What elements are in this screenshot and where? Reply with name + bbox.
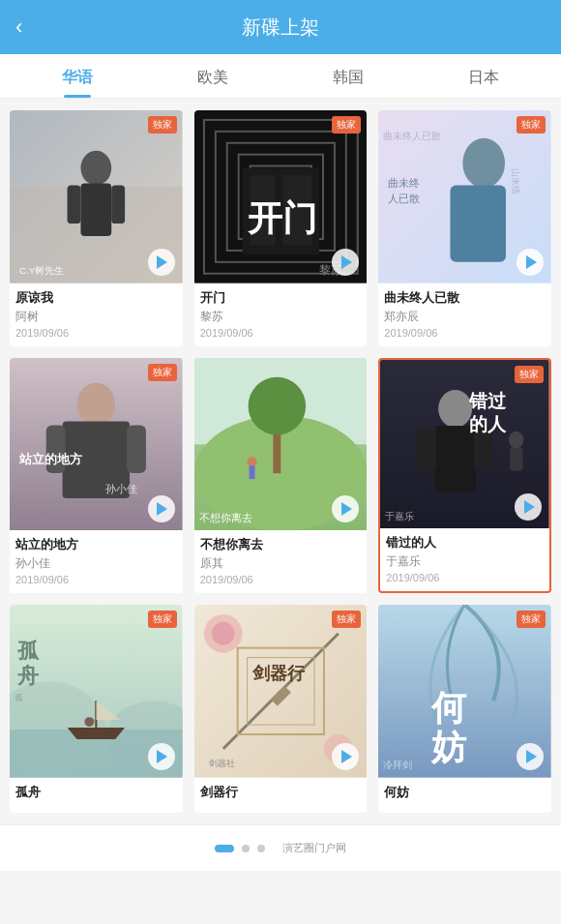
back-button[interactable]: ‹ (15, 15, 22, 40)
svg-rect-5 (111, 185, 125, 224)
album-card-selected[interactable]: 错过 的人 于嘉乐 独家 错过的人 于嘉乐 2019/09/06 (378, 358, 551, 594)
svg-text:开门: 开门 (246, 198, 316, 238)
svg-text:舟: 舟 (16, 665, 40, 689)
album-artist: 郑亦辰 (384, 309, 546, 325)
album-artist: 于嘉乐 (386, 553, 544, 570)
svg-text:错过: 错过 (469, 390, 508, 410)
album-card[interactable]: 开门 黎苏 独家 开门 黎苏 2019/09/06 (194, 110, 368, 346)
svg-text:曲未终人已散: 曲未终人已散 (383, 131, 441, 141)
svg-text:人已散: 人已散 (388, 193, 420, 204)
svg-rect-23 (451, 185, 507, 261)
play-button[interactable] (332, 249, 359, 276)
play-button[interactable] (517, 743, 544, 770)
album-title: 剑器行 (200, 784, 362, 801)
svg-text:冷拜剑: 冷拜剑 (383, 760, 412, 770)
svg-rect-4 (68, 185, 81, 224)
album-card[interactable]: C.Y树先生 独家 原谅我 阿树 2019/09/06 (10, 110, 183, 346)
album-date: 2019/09/06 (15, 327, 177, 339)
svg-rect-44 (418, 428, 436, 470)
album-card[interactable]: 何 妨 冷拜剑 独家 何妨 (378, 605, 551, 813)
album-title: 开门 (200, 289, 362, 307)
exclusive-badge: 独家 (332, 116, 361, 134)
album-artist: 黎苏 (200, 309, 362, 325)
album-artist: 孙小佳 (15, 555, 177, 572)
exclusive-badge: 独家 (148, 116, 177, 134)
svg-point-27 (76, 382, 115, 425)
album-artist: 阿树 (15, 309, 177, 325)
album-date: 2019/09/06 (384, 327, 546, 339)
svg-text:何: 何 (430, 689, 467, 728)
album-card[interactable]: 不想你离去 不想你离去 原其 2019/09/06 (194, 358, 368, 594)
svg-point-42 (438, 390, 472, 428)
svg-point-38 (247, 457, 256, 466)
svg-point-37 (248, 377, 306, 435)
album-title: 曲未终人已散 (384, 289, 546, 307)
svg-rect-47 (510, 447, 523, 470)
svg-text:于嘉乐: 于嘉乐 (385, 511, 414, 522)
page-indicator (257, 845, 265, 852)
exclusive-badge: 独家 (148, 611, 177, 628)
svg-text:剑器行: 剑器行 (251, 665, 305, 684)
exclusive-badge: 独家 (515, 366, 544, 383)
exclusive-badge: 独家 (332, 611, 361, 628)
tab-bar: 华语 欧美 韩国 日本 (0, 54, 561, 99)
album-card[interactable]: 孤 舟 孤 独家 孤舟 (10, 605, 183, 813)
exclusive-badge: 独家 (517, 116, 546, 134)
album-date: 2019/09/06 (15, 574, 177, 585)
album-title: 何妨 (384, 784, 546, 801)
svg-text:不想你离去: 不想你离去 (199, 511, 252, 522)
exclusive-badge: 独家 (148, 364, 177, 381)
page-title: 新碟上架 (242, 15, 319, 41)
svg-text:孙小佳: 孙小佳 (105, 483, 137, 494)
album-date: 2019/09/06 (200, 574, 362, 585)
page-indicator-active (215, 845, 234, 852)
svg-text:妨: 妨 (430, 728, 467, 766)
svg-text:孤: 孤 (16, 639, 40, 663)
tab-korean[interactable]: 韩国 (280, 54, 416, 98)
header: ‹ 新碟上架 (0, 0, 561, 54)
album-grid: C.Y树先生 独家 原谅我 阿树 2019/09/06 (0, 99, 561, 824)
svg-point-63 (212, 622, 235, 645)
play-button[interactable] (148, 249, 175, 276)
album-card[interactable]: 站立的地方 孙小佳 独家 站立的地方 孙小佳 2019/09/06 (10, 358, 183, 594)
svg-text:曲未终: 曲未终 (388, 177, 420, 189)
svg-text:的人: 的人 (470, 413, 508, 433)
svg-text:C.Y树先生: C.Y树先生 (19, 265, 65, 276)
svg-text:剑器社: 剑器社 (209, 759, 235, 768)
bottom-source: 演艺圈门户网 (282, 841, 346, 855)
tab-western[interactable]: 欧美 (145, 54, 280, 98)
tab-japanese[interactable]: 日本 (416, 54, 551, 98)
album-title: 错过的人 (386, 534, 544, 551)
svg-point-46 (509, 431, 524, 447)
svg-rect-43 (435, 426, 477, 492)
svg-rect-30 (127, 425, 146, 473)
svg-text:孤: 孤 (15, 694, 23, 703)
album-date: 2019/09/06 (386, 572, 544, 583)
svg-point-2 (80, 151, 111, 186)
play-button[interactable] (148, 495, 175, 522)
tab-chinese[interactable]: 华语 (10, 54, 145, 98)
play-button[interactable] (148, 743, 175, 770)
play-button[interactable] (517, 249, 544, 276)
exclusive-badge: 独家 (517, 611, 546, 628)
album-title: 孤舟 (15, 784, 177, 801)
svg-text:站立的地方: 站立的地方 (18, 452, 83, 466)
page-indicator (242, 845, 250, 852)
svg-rect-39 (249, 465, 254, 479)
svg-rect-3 (80, 183, 111, 236)
album-title: 不想你离去 (200, 536, 362, 553)
svg-point-22 (463, 138, 506, 189)
svg-point-57 (84, 717, 94, 727)
album-card[interactable]: 剑器行 剑器社 独家 剑器行 (194, 605, 368, 813)
album-artist: 原其 (200, 555, 362, 572)
svg-text:山水情: 山水情 (511, 168, 520, 194)
bottom-bar: 演艺圈门户网 (0, 824, 561, 871)
album-title: 原谅我 (15, 289, 177, 307)
album-card[interactable]: 曲未终人已散 山水情 曲未终 人已散 独家 曲未终人已散 郑亦辰 2019/09… (378, 110, 551, 346)
album-date: 2019/09/06 (200, 327, 362, 339)
album-title: 站立的地方 (15, 536, 177, 553)
